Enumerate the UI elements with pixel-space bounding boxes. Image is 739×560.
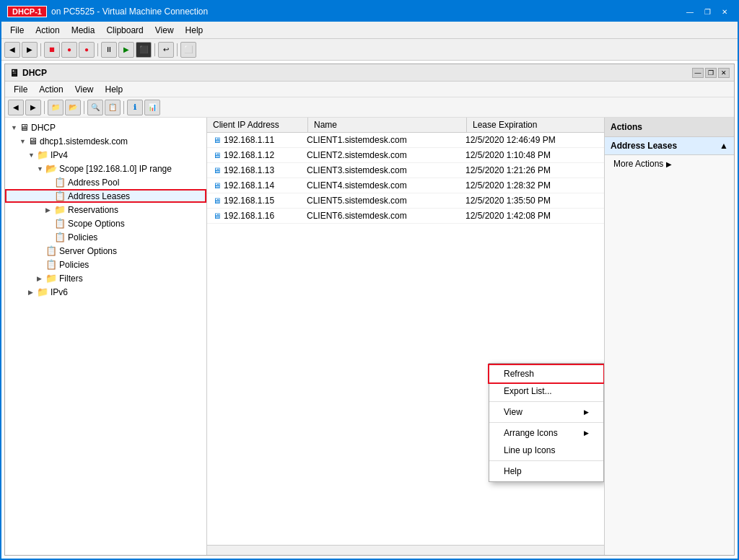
tree-item-address-leases[interactable]: 📋 Address Leases [5, 189, 206, 203]
tree-item-dhcp1[interactable]: ▼ 🖥 dhcp1.sistemdesk.com [5, 134, 206, 148]
toolbar-undo[interactable]: ↩ [158, 42, 174, 58]
toolbar-pause[interactable]: ⏸ [101, 42, 117, 58]
tree-item-server-options[interactable]: 📋 Server Options [5, 244, 206, 258]
list-row[interactable]: 🖥192.168.1.12 CLIENT2.sistemdesk.com 12/… [207, 148, 604, 163]
context-menu-export[interactable]: Export List... [489, 382, 603, 400]
col-expiry[interactable]: Lease Expiration [467, 118, 604, 132]
vm-menu-media[interactable]: Media [66, 24, 101, 37]
dhcp-folder-btn[interactable]: 📁 [48, 100, 64, 115]
toolbar-red1[interactable]: ● [61, 42, 77, 58]
ip-icon-4: 🖥 [213, 181, 221, 190]
tree-item-filters[interactable]: ▶ 📁 Filters [5, 271, 206, 285]
vm-titlebar-controls: — ❐ ✕ [683, 6, 732, 17]
toolbar-record[interactable]: ⬛ [136, 42, 152, 58]
vm-menu-view[interactable]: View [149, 24, 180, 37]
dhcp-info-btn[interactable]: ℹ [127, 100, 143, 115]
tree-icon-policies: 📋 [54, 232, 66, 242]
vm-menu-clipboard[interactable]: Clipboard [100, 24, 149, 37]
tree-item-address-pool[interactable]: 📋 Address Pool [5, 175, 206, 189]
dhcp-icon: 🖥 [9, 67, 19, 79]
toolbar-usb[interactable]: ⬜ [180, 42, 196, 58]
dhcp-menu-view[interactable]: View [69, 83, 100, 96]
list-row[interactable]: 🖥192.168.1.15 CLIENT5.sistemdesk.com 12/… [207, 193, 604, 209]
list-row[interactable]: 🖥192.168.1.14 CLIENT4.sistemdesk.com 12/… [207, 178, 604, 193]
cell-expiry-5: 12/5/2020 1:35:50 PM [460, 193, 604, 208]
horizontal-scrollbar[interactable] [207, 545, 604, 555]
cell-expiry-1: 12/5/2020 12:46:49 PM [460, 133, 604, 147]
tree-label-policies: Policies [68, 232, 97, 242]
vm-close-button[interactable]: ✕ [717, 6, 732, 17]
toolbar-back[interactable]: ◀ [4, 42, 20, 58]
dhcp-back-btn[interactable]: ◀ [8, 100, 24, 115]
tree-arrow-ipv4: ▼ [28, 152, 37, 159]
tree-item-policies[interactable]: 📋 Policies [5, 230, 206, 244]
toolbar-play[interactable]: ▶ [118, 42, 134, 58]
vm-menu-action[interactable]: Action [30, 24, 65, 37]
dhcp-menu-file[interactable]: File [8, 83, 33, 96]
dhcp-titlebar: 🖥 DHCP — ❐ ✕ [5, 64, 734, 82]
vm-maximize-button[interactable]: ❐ [700, 6, 714, 17]
actions-section-label: Address Leases [611, 141, 677, 151]
list-header: Client IP Address Name Lease Expiration … [207, 118, 604, 133]
dhcp-menu-action[interactable]: Action [33, 83, 69, 96]
col-ip[interactable]: Client IP Address [207, 118, 308, 132]
toolbar-forward[interactable]: ▶ [22, 42, 38, 58]
ip-icon-5: 🖥 [213, 196, 221, 205]
tree-label-ipv4: IPv4 [51, 150, 68, 160]
list-row[interactable]: 🖥192.168.1.11 CLIENT1.sistemdesk.com 12/… [207, 133, 604, 148]
tree-icon-policies2: 📋 [45, 259, 57, 270]
vm-menu-help[interactable]: Help [180, 24, 209, 37]
dhcp-toolbar: ◀ ▶ 📁 📂 🔍 📋 ℹ 📊 [5, 97, 734, 118]
tree-item-scope-options[interactable]: 📋 Scope Options [5, 216, 206, 230]
dhcp-close[interactable]: ✕ [718, 68, 730, 78]
context-menu-view[interactable]: View ▶ [489, 403, 603, 421]
tree-arrow-filters: ▶ [37, 275, 45, 282]
tree-item-reservations[interactable]: ▶ 📁 Reservations [5, 203, 206, 216]
vm-window: DHCP-1 on PC5525 - Virtual Machine Conne… [0, 0, 739, 560]
list-row[interactable]: 🖥192.168.1.16 CLIENT6.sistemdesk.com 12/… [207, 209, 604, 224]
dhcp-folder2-btn[interactable]: 📂 [65, 100, 81, 115]
dhcp-details-btn[interactable]: 📊 [144, 100, 160, 115]
tree-icon-leases: 📋 [54, 191, 66, 201]
tree-arrow-scope: ▼ [37, 165, 45, 172]
tree-label-scope-options: Scope Options [68, 219, 125, 229]
context-menu-help[interactable]: Help [489, 463, 603, 480]
tree-item-scope[interactable]: ▼ 📂 Scope [192.168.1.0] IP range [5, 162, 206, 175]
vm-menu-file[interactable]: File [4, 24, 30, 37]
tree-item-dhcp[interactable]: ▼ 🖥 DHCP [5, 121, 206, 134]
context-menu-lineup[interactable]: Line up Icons [489, 442, 603, 459]
context-lineup-label: Line up Icons [504, 445, 555, 455]
tree-item-ipv4[interactable]: ▼ 📁 IPv4 [5, 148, 206, 162]
tree-pane: ▼ 🖥 DHCP ▼ 🖥 dhcp1.sistemdesk.com ▼ 📁 IP… [5, 118, 207, 555]
context-menu-refresh[interactable]: Refresh [489, 365, 603, 382]
dhcp-forward-btn[interactable]: ▶ [25, 100, 41, 115]
cell-name-3: CLIENT3.sistemdesk.com [301, 163, 460, 178]
tree-icon-reservations: 📁 [54, 204, 66, 215]
actions-section-header[interactable]: Address Leases ▲ [605, 137, 734, 155]
tree-label-leases: Address Leases [68, 191, 130, 201]
tree-item-ipv6[interactable]: ▶ 📁 IPv6 [5, 285, 206, 299]
toolbar-red2[interactable]: ● [79, 42, 95, 58]
toolbar-sep-4 [177, 43, 178, 56]
cell-ip-1: 🖥192.168.1.11 [207, 133, 301, 147]
dhcp-minimize[interactable]: — [692, 68, 704, 78]
toolbar-stop[interactable]: ⏹ [44, 42, 60, 58]
tree-icon-pool: 📋 [54, 177, 66, 188]
dhcp-menu-help[interactable]: Help [100, 83, 129, 96]
dhcp-search-btn[interactable]: 🔍 [87, 100, 103, 115]
col-name[interactable]: Name [308, 118, 467, 132]
tree-icon-dhcp1: 🖥 [28, 136, 38, 146]
tree-label-dhcp1: dhcp1.sistemdesk.com [40, 136, 128, 146]
actions-section-arrow: ▲ [720, 141, 728, 151]
dhcp-maximize[interactable]: ❐ [705, 68, 717, 78]
tree-icon-ipv4: 📁 [37, 149, 48, 160]
list-row[interactable]: 🖥192.168.1.13 CLIENT3.sistemdesk.com 12/… [207, 163, 604, 178]
cell-name-2: CLIENT2.sistemdesk.com [301, 148, 460, 162]
dhcp-list-btn[interactable]: 📋 [105, 100, 121, 115]
context-menu-arrange[interactable]: Arrange Icons ▶ [489, 424, 603, 442]
vm-minimize-button[interactable]: — [683, 6, 697, 17]
vm-titlebar-left: DHCP-1 on PC5525 - Virtual Machine Conne… [7, 6, 208, 17]
tree-item-policies2[interactable]: 📋 Policies [5, 258, 206, 271]
tree-icon-dhcp: 🖥 [19, 122, 29, 133]
actions-more[interactable]: More Actions ▶ [605, 155, 734, 172]
